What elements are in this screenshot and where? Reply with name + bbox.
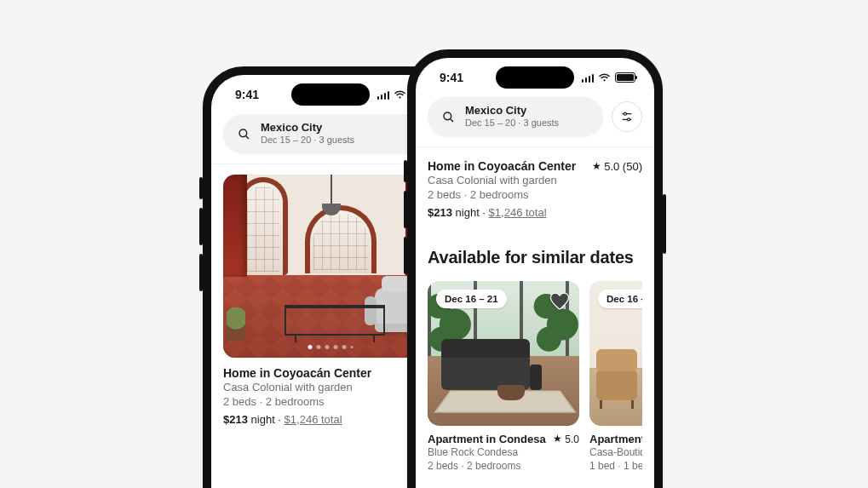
similar-dates-carousel[interactable]: Dec 16 – 21 Apartment in Condesa ★ 5.0 B… — [428, 281, 642, 473]
dynamic-island — [291, 83, 370, 106]
similar-listing-title: Apartment in Condesa — [428, 433, 546, 445]
section-title: Available for similar dates — [428, 248, 642, 267]
wifi-icon — [394, 90, 406, 100]
star-icon: ★ — [553, 433, 562, 445]
similar-listing-subtitle: Casa-Boutique — [589, 445, 642, 459]
listing-subtitle: Casa Colonial with garden — [428, 173, 642, 188]
similar-listing-beds: 1 bed · 1 bedroom — [589, 459, 642, 473]
svg-point-2 — [444, 112, 451, 120]
search-subline: Dec 15 – 20 · 3 guests — [261, 135, 354, 146]
listing-subtitle: Casa Colonial with garden — [223, 380, 438, 395]
wifi-icon — [598, 73, 611, 83]
svg-point-5 — [624, 112, 626, 115]
status-time: 9:41 — [440, 71, 463, 84]
cellular-signal-icon — [582, 73, 595, 83]
search-destination: Mexico City — [261, 122, 354, 135]
similar-listing-beds: 2 beds · 2 bedrooms — [428, 459, 579, 473]
listing-price-row: $213 night · $1,246 total — [223, 413, 438, 426]
listing-price: $213 — [428, 206, 452, 219]
svg-point-7 — [627, 118, 629, 121]
similar-listing-photo[interactable]: Dec 16 – 21 — [589, 281, 642, 426]
similar-listing-title: Apartment in Condesa — [589, 433, 642, 445]
svg-line-1 — [246, 136, 249, 139]
listing-title: Home in Coyoacán Center — [428, 159, 576, 173]
cellular-signal-icon — [377, 90, 390, 100]
listing-price-unit: night — [456, 206, 480, 219]
star-icon: ★ — [592, 160, 601, 172]
phone-mockup-right: 9:41 Mexico City Dec 15 – 20 · — [407, 49, 663, 488]
status-time: 9:41 — [235, 88, 259, 101]
listing-title: Home in Coyoacán Center — [223, 366, 371, 380]
listing-rating: ★ 5.0 (50) — [592, 160, 642, 173]
listing-total[interactable]: $1,246 total — [489, 206, 547, 219]
search-icon — [441, 110, 455, 123]
date-chip: Dec 16 – 21 — [436, 290, 507, 308]
svg-point-0 — [239, 129, 247, 137]
similar-listing-subtitle: Blue Rock Condesa — [428, 445, 579, 459]
search-subline: Dec 15 – 20 · 3 guests — [465, 118, 559, 129]
search-bar[interactable]: Mexico City Dec 15 – 20 · 3 guests — [428, 97, 603, 136]
similar-listing-card[interactable]: Dec 16 – 21 Apartment in Condesa ★ 5.0 B… — [428, 281, 579, 473]
similar-listing-photo[interactable]: Dec 16 – 21 — [428, 281, 579, 426]
listing-price: $213 — [223, 413, 248, 426]
battery-icon — [615, 72, 635, 83]
search-bar[interactable]: Mexico City Dec 15 – 20 · 3 guests — [223, 114, 438, 153]
similar-listing-card[interactable]: Dec 16 – 21 Apartment in Condesa Casa-Bo… — [589, 281, 642, 473]
listing-price-unit: night — [251, 413, 275, 426]
date-chip: Dec 16 – 21 — [598, 290, 642, 308]
dynamic-island — [496, 66, 574, 89]
search-icon — [237, 127, 250, 141]
photo-page-dots — [308, 345, 354, 349]
wishlist-heart-icon[interactable] — [549, 290, 571, 312]
listing-price-row: $213 night · $1,246 total — [428, 206, 642, 219]
listing-card[interactable]: Home in Coyoacán Center ★ 5.0 (50) Casa … — [428, 159, 642, 219]
listing-beds: 2 beds · 2 bedrooms — [428, 187, 642, 203]
search-destination: Mexico City — [465, 105, 559, 118]
svg-line-3 — [451, 119, 453, 122]
filters-button[interactable] — [612, 101, 642, 132]
listing-total[interactable]: $1,246 total — [285, 413, 342, 426]
similar-listing-rating: ★ 5.0 — [553, 433, 579, 445]
listing-beds: 2 beds · 2 bedrooms — [223, 394, 438, 410]
